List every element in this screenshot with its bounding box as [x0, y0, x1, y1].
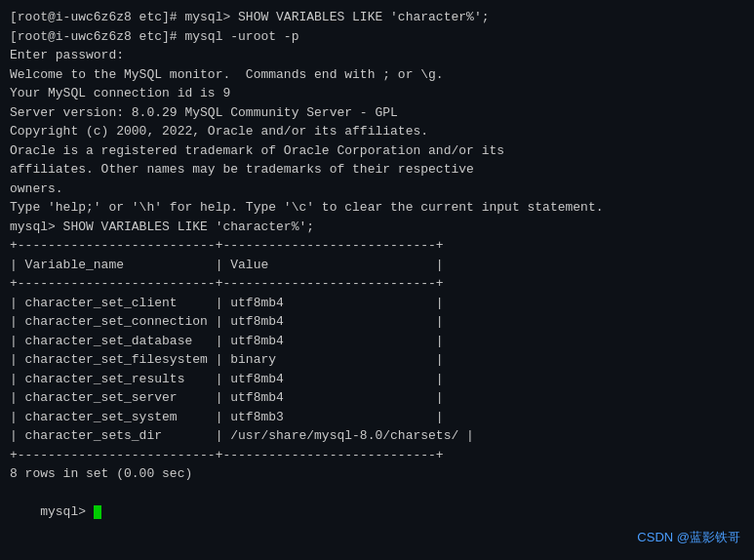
terminal-line-4: Welcome to the MySQL monitor. Commands e…: [10, 65, 744, 85]
terminal-line-27: | character_sets_dir | /usr/share/mysql-…: [10, 426, 744, 446]
terminal-line-29: 8 rows in set (0.00 sec): [10, 464, 744, 484]
terminal-line-28: +--------------------------+------------…: [10, 446, 744, 465]
terminal-line-11: affiliates. Other names may be trademark…: [10, 160, 744, 180]
cursor-block: [94, 505, 101, 519]
terminal-line-8: Copyright (c) 2000, 2022, Oracle and/or …: [10, 122, 744, 141]
terminal-line-19: +--------------------------+------------…: [10, 274, 744, 294]
terminal-line-14: Type 'help;' or '\h' for help. Type '\c'…: [10, 198, 744, 218]
terminal-line-31: mysql>: [10, 484, 744, 541]
terminal-line-1: [root@i-uwc6z6z8 etc]# mysql> SHOW VARIA…: [10, 8, 744, 27]
terminal-line-22: | character_set_database | utf8mb4 |: [10, 332, 744, 351]
watermark-author: @蓝影铁哥: [677, 530, 740, 544]
terminal-window: [root@i-uwc6z6z8 etc]# mysql> SHOW VARIA…: [0, 0, 754, 560]
terminal-line-10: Oracle is a registered trademark of Orac…: [10, 141, 744, 161]
terminal-line-2: [root@i-uwc6z6z8 etc]# mysql -uroot -p: [10, 27, 744, 47]
terminal-line-12: owners.: [10, 180, 744, 199]
watermark-text: CSDN: [637, 530, 676, 544]
terminal-line-26: | character_set_system | utf8mb3 |: [10, 408, 744, 427]
terminal-line-24: | character_set_results | utf8mb4 |: [10, 370, 744, 389]
watermark: CSDN @蓝影铁哥: [637, 529, 740, 546]
terminal-line-6: Server version: 8.0.29 MySQL Community S…: [10, 103, 744, 123]
terminal-line-17: +--------------------------+------------…: [10, 236, 744, 256]
terminal-line-3: Enter password:: [10, 46, 744, 65]
terminal-line-21: | character_set_connection | utf8mb4 |: [10, 312, 744, 332]
terminal-line-20: | character_set_client | utf8mb4 |: [10, 294, 744, 313]
terminal-line-18: | Variable_name | Value |: [10, 256, 744, 275]
terminal-line-23: | character_set_filesystem | binary |: [10, 350, 744, 370]
prompt-label: mysql>: [40, 504, 94, 519]
terminal-line-25: | character_set_server | utf8mb4 |: [10, 388, 744, 408]
terminal-line-5: Your MySQL connection id is 9: [10, 84, 744, 103]
terminal-line-16: mysql> SHOW VARIABLES LIKE 'character%';: [10, 218, 744, 237]
